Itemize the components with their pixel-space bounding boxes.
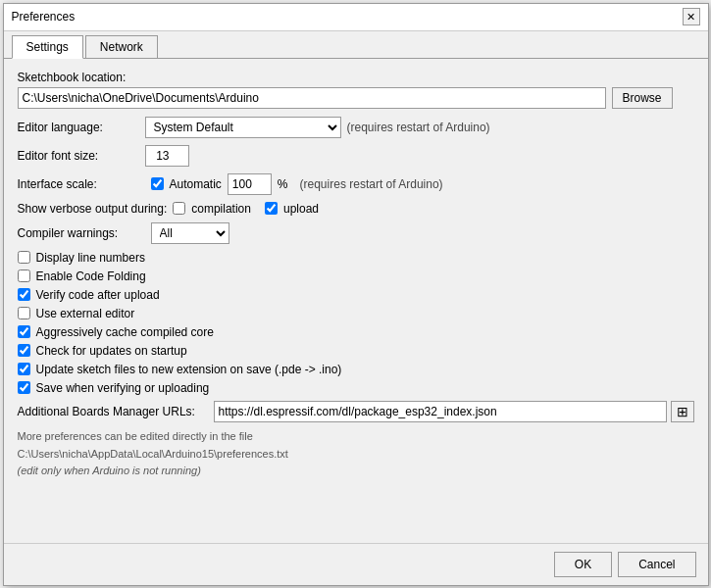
- interface-scale-percent-symbol: %: [278, 177, 288, 191]
- title-bar: Preferences ✕: [4, 4, 708, 31]
- sketchbook-label: Sketchbook location:: [18, 71, 694, 84]
- aggressively-cache-label: Aggressively cache compiled core: [36, 325, 214, 339]
- use-external-editor-label: Use external editor: [36, 307, 135, 320]
- display-line-numbers-checkbox[interactable]: [18, 251, 30, 264]
- interface-scale-row: Interface scale: Automatic % (requires r…: [18, 173, 694, 195]
- ok-button[interactable]: OK: [554, 552, 612, 577]
- info-section: More preferences can be edited directly …: [18, 428, 694, 476]
- check-for-updates-checkbox[interactable]: [18, 344, 30, 357]
- verify-code-label: Verify code after upload: [36, 288, 160, 302]
- update-sketch-files-label: Update sketch files to new extension on …: [36, 363, 342, 376]
- verbose-compilation-checkbox[interactable]: [173, 202, 185, 215]
- sketchbook-input-row: Browse: [18, 87, 694, 109]
- interface-scale-percent-input[interactable]: [228, 173, 272, 195]
- tab-network[interactable]: Network: [85, 35, 158, 58]
- verbose-compilation-label: compilation: [191, 202, 251, 216]
- dialog-footer: OK Cancel: [4, 543, 708, 585]
- compiler-warnings-label: Compiler warnings:: [18, 226, 145, 240]
- checkboxes-section: Display line numbers Enable Code Folding…: [18, 251, 694, 395]
- display-line-numbers-label: Display line numbers: [36, 251, 145, 265]
- update-sketch-files-checkbox[interactable]: [18, 363, 30, 375]
- enable-code-folding-checkbox[interactable]: [18, 270, 30, 282]
- browse-button[interactable]: Browse: [612, 87, 673, 109]
- enable-code-folding-label: Enable Code Folding: [36, 270, 146, 283]
- info-line2: C:\Users\nicha\AppData\Local\Arduino15\p…: [18, 446, 694, 463]
- interface-scale-note: (requires restart of Arduino): [300, 177, 443, 191]
- info-line1: More preferences can be edited directly …: [18, 428, 694, 445]
- preferences-dialog: Preferences ✕ Settings Network Sketchboo…: [3, 3, 709, 586]
- editor-font-size-label: Editor font size:: [18, 149, 145, 163]
- editor-font-size-input[interactable]: [145, 145, 189, 167]
- checkbox-verify-code: Verify code after upload: [18, 288, 694, 302]
- save-when-verifying-checkbox[interactable]: [18, 381, 30, 394]
- editor-language-note: (requires restart of Arduino): [347, 121, 490, 134]
- check-for-updates-label: Check for updates on startup: [36, 344, 187, 358]
- cancel-button[interactable]: Cancel: [618, 552, 695, 577]
- checkbox-aggressively-cache: Aggressively cache compiled core: [18, 325, 694, 339]
- checkbox-use-external-editor: Use external editor: [18, 307, 694, 320]
- verbose-label: Show verbose output during:: [18, 202, 168, 216]
- checkbox-update-sketch-files: Update sketch files to new extension on …: [18, 363, 694, 376]
- additional-boards-row: Additional Boards Manager URLs: ⊞: [18, 401, 694, 422]
- verbose-output-row: Show verbose output during: compilation …: [18, 202, 694, 216]
- sketchbook-input[interactable]: [18, 87, 606, 109]
- compiler-warnings-row: Compiler warnings: All: [18, 222, 694, 244]
- additional-boards-button[interactable]: ⊞: [671, 401, 694, 422]
- verbose-upload-checkbox[interactable]: [265, 202, 278, 215]
- use-external-editor-checkbox[interactable]: [18, 307, 30, 319]
- info-line3: (edit only when Arduino is not running): [18, 465, 694, 476]
- interface-scale-auto-checkbox[interactable]: [151, 177, 164, 190]
- grid-icon: ⊞: [677, 404, 688, 419]
- editor-language-select[interactable]: System Default: [145, 117, 341, 138]
- tab-bar: Settings Network: [4, 31, 708, 59]
- editor-language-label: Editor language:: [18, 121, 145, 134]
- additional-boards-input[interactable]: [214, 401, 667, 422]
- editor-language-row: Editor language: System Default (require…: [18, 117, 694, 138]
- compiler-warnings-select[interactable]: All: [151, 222, 229, 244]
- verify-code-checkbox[interactable]: [18, 288, 30, 301]
- checkbox-save-when-verifying: Save when verifying or uploading: [18, 381, 694, 395]
- interface-scale-label: Interface scale:: [18, 177, 145, 191]
- tab-settings[interactable]: Settings: [12, 35, 83, 59]
- settings-content: Sketchbook location: Browse Editor langu…: [4, 59, 708, 543]
- close-button[interactable]: ✕: [683, 8, 700, 25]
- aggressively-cache-checkbox[interactable]: [18, 325, 30, 338]
- interface-scale-auto-label: Automatic: [170, 177, 222, 191]
- checkbox-enable-code-folding: Enable Code Folding: [18, 270, 694, 283]
- checkbox-display-line-numbers: Display line numbers: [18, 251, 694, 265]
- dialog-title: Preferences: [12, 10, 76, 24]
- editor-font-size-row: Editor font size:: [18, 145, 694, 167]
- verbose-upload-label: upload: [283, 202, 319, 216]
- checkbox-check-for-updates: Check for updates on startup: [18, 344, 694, 358]
- save-when-verifying-label: Save when verifying or uploading: [36, 381, 210, 395]
- sketchbook-section: Sketchbook location: Browse: [18, 71, 694, 109]
- additional-boards-label: Additional Boards Manager URLs:: [18, 405, 214, 418]
